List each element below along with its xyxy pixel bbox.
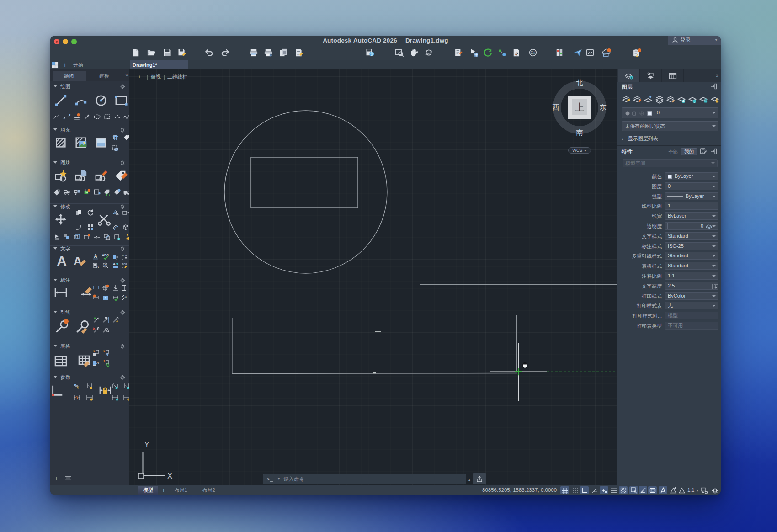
section-gear-icon[interactable] [120, 246, 126, 252]
param-dim2-icon[interactable] [112, 394, 119, 401]
move-icon[interactable] [54, 213, 68, 226]
section-collapse-icon[interactable] [53, 205, 57, 207]
palette-collapse-button[interactable]: « [125, 72, 128, 77]
prop-value-11[interactable]: 2.5 [665, 282, 718, 290]
table-A-icon[interactable]: A [92, 360, 100, 367]
annotation-scale-control[interactable]: 1:1 ▼ [687, 485, 699, 495]
section-gear-icon[interactable] [120, 277, 126, 283]
tag-w-icon[interactable] [123, 134, 130, 141]
param-dim1-icon[interactable] [86, 394, 93, 401]
param-bulb2-icon[interactable] [112, 383, 119, 390]
section-collapse-icon[interactable] [53, 247, 57, 250]
prop-value-3[interactable]: 1 [665, 202, 718, 210]
dim-box1-icon[interactable]: 1 [102, 294, 109, 302]
dim-h-icon[interactable] [92, 284, 100, 292]
section-collapse-icon[interactable] [53, 345, 57, 347]
layer-bulb-icon[interactable] [688, 95, 697, 104]
block-insert-icon[interactable] [54, 169, 68, 183]
text-align-icon[interactable]: A [92, 253, 100, 261]
dim-x-icon[interactable]: x [121, 294, 128, 302]
plot-icon[interactable] [249, 48, 259, 57]
orbit-icon[interactable] [424, 48, 434, 57]
space-combo[interactable]: 模型空间 [623, 159, 718, 167]
layer-freeze-icon[interactable] [677, 95, 686, 104]
box3d-icon[interactable] [122, 223, 129, 231]
polyline-icon[interactable] [53, 113, 61, 121]
select-grid-icon[interactable] [469, 48, 479, 57]
api-doc-icon[interactable]: C# [528, 48, 538, 57]
hatch-doc-icon[interactable] [112, 145, 119, 152]
arc-icon[interactable] [74, 94, 88, 107]
undo-icon[interactable] [204, 48, 214, 57]
cloud-notify-icon[interactable] [601, 48, 612, 57]
workspace-switch-icon[interactable] [700, 487, 709, 495]
text-A-icon[interactable]: A [54, 253, 69, 268]
table-icon[interactable] [53, 354, 68, 368]
block-add-icon[interactable] [93, 188, 101, 196]
panel-tab-layer-states[interactable] [640, 69, 662, 82]
copy-doc-icon[interactable] [278, 48, 288, 57]
layer-edit-icon[interactable] [633, 95, 642, 104]
rect-dot-icon[interactable] [83, 234, 90, 241]
text-edit-icon[interactable]: A [72, 253, 87, 268]
line-icon[interactable] [54, 94, 68, 107]
copy-icon[interactable] [75, 209, 82, 216]
plot-add-icon[interactable] [263, 48, 273, 57]
show-layer-list-link[interactable]: ›显示图层列表 [622, 135, 658, 142]
layout2-tab[interactable]: 布局2 [198, 486, 219, 495]
dim-green-icon[interactable] [112, 294, 119, 302]
prop-value-0[interactable]: ByLayer [665, 172, 718, 180]
hatch-image-icon[interactable] [74, 136, 88, 149]
properties-edit-icon[interactable] [700, 148, 707, 154]
save-icon[interactable] [162, 48, 172, 57]
section-collapse-icon[interactable] [53, 128, 57, 131]
preview-image-icon[interactable] [585, 48, 595, 57]
prop-value-2[interactable]: ByLayer [665, 192, 718, 200]
layer-select-combo[interactable]: 0 [622, 107, 718, 118]
tag-attr-icon[interactable] [113, 188, 121, 196]
section-gear-icon[interactable] [120, 309, 126, 315]
share-link-icon[interactable] [497, 48, 507, 57]
target-icon[interactable] [113, 234, 121, 241]
boundary-icon[interactable] [103, 113, 111, 121]
login-button[interactable]: 登录 ▼ [668, 36, 721, 45]
sync-icon[interactable] [483, 48, 493, 57]
prop-value-8[interactable]: Standard [665, 252, 718, 260]
points-icon[interactable] [113, 113, 121, 121]
command-expand-icon[interactable]: ▲ [468, 478, 471, 482]
layer-match-icon[interactable] [644, 95, 653, 104]
text-find-icon[interactable]: A [92, 262, 100, 269]
filter-all-button[interactable]: 全部 [668, 149, 678, 155]
dim-orange-icon[interactable] [92, 294, 100, 302]
abc-check-icon[interactable]: ABC [102, 253, 109, 261]
filter-my-button[interactable]: 我的 [681, 148, 697, 155]
new-file-icon[interactable] [131, 48, 141, 57]
hatch-icon[interactable] [54, 136, 68, 149]
settings-gear-icon[interactable] [711, 487, 719, 495]
param-sync-icon[interactable] [73, 394, 80, 401]
dim-down-icon[interactable] [112, 284, 119, 292]
layer-new-icon[interactable] [655, 95, 664, 104]
prop-value-5[interactable]: 0 [665, 222, 718, 230]
open-folder-icon[interactable] [146, 48, 156, 57]
drawing-canvas[interactable]: + | 俯视 | 二维线框 上 北 南 西 东 WCS ▼ YX >_ ▼ 键入… [129, 69, 617, 485]
drawing-tab[interactable]: Drawing1* [130, 60, 188, 70]
save-web-icon[interactable] [365, 48, 375, 57]
properties-anchor-icon[interactable] [710, 148, 717, 154]
section-gear-icon[interactable] [120, 343, 126, 349]
overlap-icon[interactable] [73, 234, 80, 241]
zoom-window-icon[interactable] [394, 48, 404, 57]
osnap-icon[interactable] [629, 486, 638, 494]
tag-icon[interactable] [53, 188, 61, 196]
table-export-icon[interactable]: 8 [92, 349, 100, 356]
multiline-dot-icon[interactable] [73, 113, 81, 121]
layer-brush-icon[interactable] [666, 95, 675, 104]
palette-add-button[interactable]: + [54, 474, 59, 482]
start-tab[interactable]: 开始 [73, 60, 83, 70]
doc-check-icon[interactable] [511, 48, 522, 57]
prop-value-6[interactable]: Standard [665, 232, 718, 240]
leader-pipe-icon[interactable] [102, 316, 109, 324]
prop-value-4[interactable]: ByLayer [665, 212, 718, 220]
section-collapse-icon[interactable] [53, 279, 57, 281]
block-create-icon[interactable] [74, 169, 88, 183]
